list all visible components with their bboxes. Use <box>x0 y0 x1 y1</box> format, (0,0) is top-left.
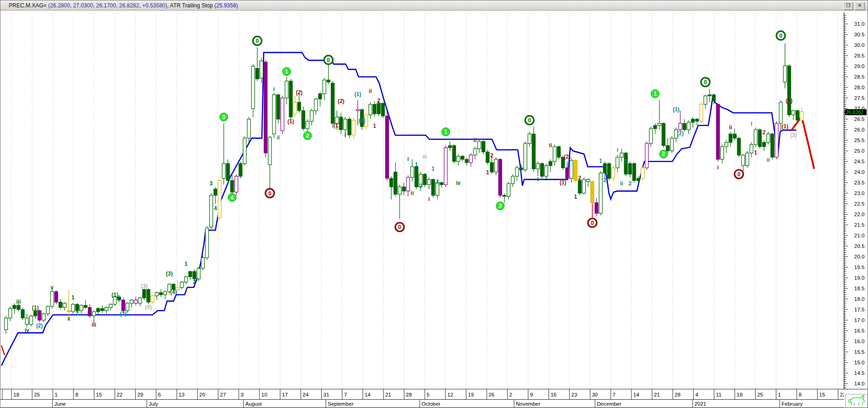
svg-text:2: 2 <box>75 310 79 316</box>
svg-text:(3): (3) <box>790 132 797 138</box>
svg-text:iv: iv <box>24 327 29 333</box>
svg-text:5: 5 <box>427 392 429 397</box>
svg-text:(4): (4) <box>145 304 152 310</box>
svg-text:24.0: 24.0 <box>854 169 864 175</box>
svg-text:10: 10 <box>261 392 267 397</box>
svg-text:3: 3 <box>241 392 243 397</box>
svg-text:18.0: 18.0 <box>854 296 864 302</box>
svg-text:4: 4 <box>231 195 234 201</box>
svg-text:June: June <box>54 401 66 407</box>
svg-text:1: 1 <box>432 166 435 172</box>
svg-text:July: July <box>149 401 158 407</box>
svg-text:15: 15 <box>96 392 102 397</box>
restore-window-icon[interactable]: ❐ <box>843 2 853 10</box>
svg-text:(3): (3) <box>166 270 173 277</box>
svg-text:8: 8 <box>75 392 78 397</box>
svg-text:23: 23 <box>571 392 577 397</box>
svg-text:13: 13 <box>179 392 185 397</box>
svg-text:(3): (3) <box>141 283 148 289</box>
svg-text:(1): (1) <box>287 118 294 125</box>
svg-text:1: 1 <box>185 261 188 267</box>
svg-text:21.0: 21.0 <box>854 233 864 238</box>
close-icon[interactable]: ✕ <box>855 2 865 10</box>
svg-text:26.8282: 26.8282 <box>846 109 863 115</box>
svg-text:0: 0 <box>704 79 707 86</box>
svg-text:2: 2 <box>603 177 607 184</box>
svg-text:ii: ii <box>369 88 372 94</box>
svg-text:20.5: 20.5 <box>854 243 864 249</box>
current-price-badge: 26.8282 <box>844 109 867 115</box>
svg-text:ii: ii <box>474 137 477 144</box>
svg-text:(1): (1) <box>673 106 680 113</box>
window-title: PREC.M.XAG= (26.2800, 27.0300, 26.1700, … <box>9 2 238 9</box>
svg-text:16: 16 <box>550 392 556 397</box>
svg-text:19: 19 <box>468 392 474 397</box>
svg-text:30.0: 30.0 <box>854 42 864 48</box>
svg-text:28: 28 <box>675 392 681 397</box>
svg-text:20: 20 <box>199 392 205 397</box>
svg-text:4: 4 <box>695 392 699 397</box>
svg-text:23.0: 23.0 <box>854 190 864 196</box>
svg-text:14: 14 <box>365 392 370 397</box>
svg-text:i: i <box>751 121 752 127</box>
svg-text:iii: iii <box>422 154 427 160</box>
svg-text:(1): (1) <box>334 122 341 129</box>
svg-text:(2): (2) <box>359 117 365 124</box>
svg-text:26.5: 26.5 <box>854 116 864 122</box>
svg-text:25.0: 25.0 <box>854 148 864 154</box>
chart-area[interactable]: iiiiv(1)(2)vx12iii(1)(2)(3)(4)(3)(4)1234… <box>0 11 868 408</box>
svg-text:7: 7 <box>344 392 347 397</box>
svg-text:2: 2 <box>490 152 493 159</box>
svg-text:7: 7 <box>613 392 615 397</box>
svg-text:15.0: 15.0 <box>854 360 864 365</box>
svg-text:19.5: 19.5 <box>854 264 864 270</box>
svg-text:1: 1 <box>754 149 758 156</box>
svg-text:iii: iii <box>92 322 96 328</box>
svg-text:2: 2 <box>662 151 665 157</box>
indicator-value: (25.9356) <box>214 2 238 9</box>
svg-text:28.0: 28.0 <box>854 85 864 90</box>
svg-text:i: i <box>273 86 275 92</box>
svg-text:(1): (1) <box>781 123 788 130</box>
svg-text:February: February <box>781 401 803 407</box>
indicator-label: ATR Trailing Stop <box>170 2 214 9</box>
svg-text:i: i <box>717 164 718 171</box>
svg-text:26: 26 <box>489 392 495 397</box>
svg-text:1: 1 <box>599 158 602 164</box>
svg-text:August: August <box>245 401 262 407</box>
svg-text:1: 1 <box>71 294 75 301</box>
svg-text:(2): (2) <box>338 98 345 104</box>
svg-text:30.5: 30.5 <box>854 32 864 37</box>
svg-text:1: 1 <box>486 169 489 176</box>
svg-text:27.5: 27.5 <box>854 95 864 101</box>
svg-text:September: September <box>328 401 353 407</box>
svg-text:26.0: 26.0 <box>854 127 864 132</box>
svg-text:2: 2 <box>763 129 766 136</box>
svg-text:14.5: 14.5 <box>854 370 864 376</box>
svg-text:2: 2 <box>578 175 581 181</box>
svg-text:(1): (1) <box>560 179 567 186</box>
svg-text:0: 0 <box>528 117 531 124</box>
svg-text:0: 0 <box>779 33 782 39</box>
svg-text:i: i <box>344 132 346 138</box>
svg-text:22.0: 22.0 <box>854 212 864 217</box>
svg-text:(2): (2) <box>120 310 127 317</box>
svg-text:1: 1 <box>624 158 627 165</box>
svg-text:ii: ii <box>729 124 732 131</box>
svg-text:29: 29 <box>137 392 143 397</box>
candlestick-chart-svg[interactable]: iiiiv(1)(2)vx12iii(1)(2)(3)(4)(3)(4)1234… <box>0 11 868 408</box>
svg-text:8: 8 <box>799 392 801 397</box>
svg-text:2: 2 <box>193 279 196 285</box>
svg-text:18: 18 <box>13 392 19 397</box>
window-titlebar[interactable]: PREC.M.XAG= (26.2800, 27.0300, 26.1700, … <box>0 0 868 11</box>
svg-text:December: December <box>597 401 621 407</box>
svg-text:25: 25 <box>757 392 763 397</box>
svg-text:ii: ii <box>549 142 552 149</box>
bull-icon[interactable] <box>845 394 868 408</box>
svg-text:iv: iv <box>456 180 461 186</box>
svg-text:16.0: 16.0 <box>854 339 864 344</box>
svg-text:0: 0 <box>591 220 594 226</box>
svg-text:(2): (2) <box>564 154 571 160</box>
svg-text:2: 2 <box>377 98 381 104</box>
svg-text:25.5: 25.5 <box>854 138 864 143</box>
